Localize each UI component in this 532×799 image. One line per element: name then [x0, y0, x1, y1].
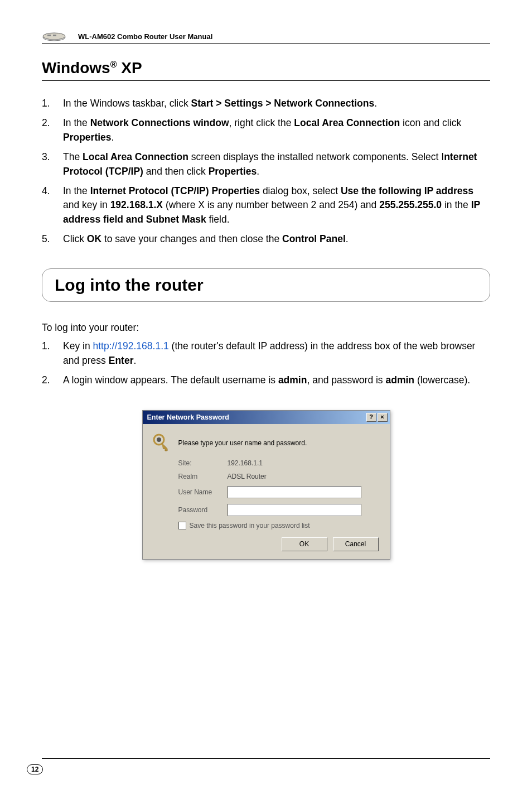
dialog-prompt: Please type your user name and password.: [178, 439, 307, 447]
section-heading-box: Log into the router: [42, 268, 490, 302]
username-label: User Name: [178, 488, 228, 496]
svg-point-5: [157, 437, 161, 442]
dialog-screenshot: Enter Network Password ? × Please ty: [42, 410, 490, 560]
help-button[interactable]: ?: [366, 413, 376, 422]
password-input[interactable]: [228, 504, 361, 516]
save-password-label: Save this password in your password list: [190, 522, 310, 530]
footer-divider: [42, 758, 490, 759]
password-label: Password: [178, 506, 228, 514]
save-password-checkbox[interactable]: [178, 522, 186, 530]
section-heading-login: Log into the router: [55, 276, 477, 295]
page-number: 12: [27, 764, 43, 774]
router-icon: [42, 31, 72, 42]
steps-list-windows: In the Windows taskbar, click Start > Se…: [42, 97, 490, 246]
enter-network-password-dialog: Enter Network Password ? × Please ty: [142, 410, 390, 560]
step-item: Click OK to save your changes and then c…: [42, 232, 490, 246]
router-ip-link: http://192.168.1.1: [93, 340, 169, 352]
dialog-titlebar: Enter Network Password ? ×: [143, 411, 390, 424]
step-item: In the Internet Protocol (TCP/IP) Proper…: [42, 184, 490, 227]
close-button[interactable]: ×: [378, 413, 388, 422]
svg-rect-3: [53, 35, 56, 36]
svg-rect-2: [47, 35, 51, 36]
realm-label: Realm: [178, 473, 228, 480]
page-footer: 12: [27, 764, 43, 774]
step-item: Key in http://192.168.1.1 (the router's …: [42, 339, 490, 368]
username-input[interactable]: [228, 486, 361, 498]
site-label: Site:: [178, 459, 228, 467]
step-item: A login window appears. The default user…: [42, 373, 490, 387]
manual-title: WL-AM602 Combo Router User Manual: [78, 32, 212, 41]
cancel-button[interactable]: Cancel: [333, 537, 379, 551]
intro-text: To log into your router:: [42, 322, 490, 334]
step-item: The Local Area Connection screen display…: [42, 150, 490, 179]
site-value: 192.168.1.1: [228, 459, 263, 467]
step-item: In the Network Connections window, right…: [42, 116, 490, 145]
steps-list-login: Key in http://192.168.1.1 (the router's …: [42, 339, 490, 387]
dialog-title-text: Enter Network Password: [147, 413, 229, 421]
page-header: WL-AM602 Combo Router User Manual: [42, 31, 490, 44]
section-title-windows-xp: Windows® XP: [42, 59, 490, 81]
key-icon: [152, 433, 171, 452]
step-item: In the Windows taskbar, click Start > Se…: [42, 97, 490, 110]
ok-button[interactable]: OK: [282, 537, 327, 551]
realm-value: ADSL Router: [228, 473, 267, 480]
